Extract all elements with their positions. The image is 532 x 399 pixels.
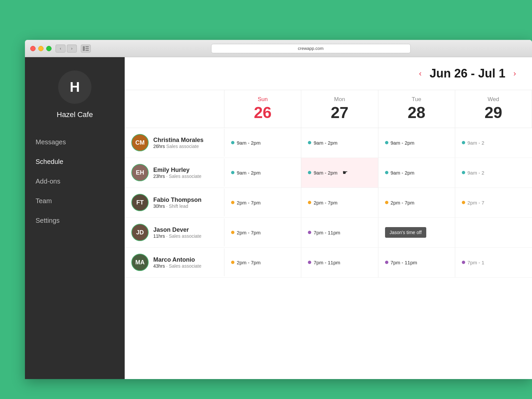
shift-cell-emily-tue[interactable]: 9am - 2pm xyxy=(378,158,455,188)
day-header-mon: Mon 27 xyxy=(301,90,378,128)
shift-dot xyxy=(462,201,465,204)
cafe-name: Hazel Cafe xyxy=(57,110,93,119)
shift-cell-christina-sun[interactable]: 9am - 2pm xyxy=(224,128,301,158)
avatar-christina: CM xyxy=(131,134,149,151)
employee-info-jason: JD Jason Dever 11hrs · Sales associate xyxy=(125,218,224,246)
shift-badge: 2pm - 7pm xyxy=(385,200,415,205)
shift-cell-emily-mon[interactable]: 9am - 2pm ☛ xyxy=(301,158,378,188)
shift-time: 9am - 2pm xyxy=(237,140,261,146)
employee-meta-emily: 23hrs · Sales associate xyxy=(153,174,201,179)
day-name-sun: Sun xyxy=(228,96,298,103)
shift-badge: 7pm - 11pm xyxy=(308,230,340,235)
time-off-badge: Jason's time off xyxy=(385,227,427,238)
employee-details-emily: Emily Hurley 23hrs · Sales associate xyxy=(153,167,201,179)
avatar-letter: H xyxy=(70,79,80,95)
sidebar-item-schedule[interactable]: Schedule xyxy=(25,152,125,172)
prev-week-button[interactable]: ‹ xyxy=(416,67,424,79)
sidebar-item-settings[interactable]: Settings xyxy=(25,211,125,230)
shift-cell-jason-mon[interactable]: 7pm - 11pm xyxy=(301,218,378,247)
day-num-sun: 26 xyxy=(228,104,298,122)
nav-buttons: ‹ › xyxy=(56,45,77,53)
browser-titlebar: ‹ › crewapp.com xyxy=(25,40,532,57)
day-headers-row: Sun 26 Mon 27 Tue 28 Wed 29 xyxy=(125,90,532,128)
maximize-button[interactable] xyxy=(46,46,52,51)
shift-time: 2pm - 7pm xyxy=(237,230,261,235)
employee-name-marco: Marco Antonio xyxy=(153,256,201,263)
day-header-tue: Tue 28 xyxy=(378,90,455,128)
shift-badge: 7pm - 1 xyxy=(462,260,484,265)
traffic-lights xyxy=(30,46,52,51)
day-num-tue: 28 xyxy=(382,104,452,122)
sidebar-item-messages[interactable]: Messages xyxy=(25,132,125,152)
calendar-title: Jun 26 - Jul 1 xyxy=(430,66,505,80)
shift-time: 2pm - 7pm xyxy=(314,200,337,205)
shift-cell-emily-wed[interactable]: 9am - 2 xyxy=(455,158,532,188)
shift-cell-jason-sun[interactable]: 2pm - 7pm xyxy=(224,218,301,247)
shift-time: 7pm - 11pm xyxy=(314,230,340,235)
shift-cell-fabio-wed[interactable]: 2pm - 7 xyxy=(455,188,532,217)
shift-dot xyxy=(308,261,311,264)
close-button[interactable] xyxy=(30,46,36,51)
shift-cell-fabio-sun[interactable]: 2pm - 7pm xyxy=(224,188,301,217)
sidebar-toggle-button[interactable] xyxy=(81,45,91,53)
shift-cell-fabio-mon[interactable]: 2pm - 7pm xyxy=(301,188,378,217)
employee-meta-jason: 11hrs · Sales associate xyxy=(153,233,201,239)
browser-window: ‹ › crewapp.com H Hazel Cafe Messages Sc… xyxy=(25,40,532,379)
avatar-fabio: FT xyxy=(131,194,149,211)
employee-details-marco: Marco Antonio 43hrs · Sales associate xyxy=(153,256,201,269)
shift-cell-fabio-tue[interactable]: 2pm - 7pm xyxy=(378,188,455,217)
url-text: crewapp.com xyxy=(298,46,324,51)
shift-dot xyxy=(462,171,465,174)
shift-time: 9am - 2pm xyxy=(314,140,337,146)
employee-details-jason: Jason Dever 11hrs · Sales associate xyxy=(153,226,201,239)
shift-time: 7pm - 1 xyxy=(467,260,484,265)
back-button[interactable]: ‹ xyxy=(56,45,66,53)
avatar-marco: MA xyxy=(131,254,149,271)
next-week-button[interactable]: › xyxy=(511,67,519,79)
svg-rect-1 xyxy=(85,46,89,47)
employee-meta-marco: 43hrs · Sales associate xyxy=(153,263,201,269)
shift-time: 9am - 2pm xyxy=(314,170,337,176)
shift-badge: 9am - 2pm xyxy=(385,140,415,146)
employee-meta-fabio: 30hrs · Shift lead xyxy=(153,203,201,209)
employee-info-marco: MA Marco Antonio 43hrs · Sales associate xyxy=(125,248,224,276)
shift-cell-marco-tue[interactable]: 7pm - 11pm xyxy=(378,248,455,277)
shift-cell-emily-sun[interactable]: 9am - 2pm xyxy=(224,158,301,188)
forward-button[interactable]: › xyxy=(67,45,77,53)
employee-rows: CM Christina Morales 26hrs Sales associa… xyxy=(125,128,532,379)
day-num-mon: 27 xyxy=(305,104,374,122)
day-header-wed: Wed 29 xyxy=(455,90,532,128)
day-name-mon: Mon xyxy=(305,96,374,103)
shift-badge: 9am - 2 xyxy=(462,140,484,146)
shift-badge: 2pm - 7pm xyxy=(231,230,261,235)
shift-cell-jason-tue[interactable]: Jason's time off xyxy=(378,218,455,247)
employee-name-fabio: Fabio Thompson xyxy=(153,197,201,203)
shift-time: 9am - 2pm xyxy=(237,170,261,176)
shift-cell-christina-wed[interactable]: 9am - 2 xyxy=(455,128,532,158)
avatar-jason: JD xyxy=(131,224,149,241)
svg-rect-0 xyxy=(83,46,85,51)
shift-cell-christina-tue[interactable]: 9am - 2pm xyxy=(378,128,455,158)
day-header-sun: Sun 26 xyxy=(224,90,301,128)
shift-time: 2pm - 7pm xyxy=(237,200,261,205)
shift-badge: 9am - 2pm xyxy=(385,170,415,176)
sidebar-item-addons[interactable]: Add-ons xyxy=(25,172,125,191)
shift-time: 9am - 2pm xyxy=(391,170,415,176)
svg-rect-2 xyxy=(85,48,89,49)
main-content: ‹ Jun 26 - Jul 1 › Sun 26 Mon 27 xyxy=(125,57,532,379)
sidebar-item-team[interactable]: Team xyxy=(25,191,125,211)
minimize-button[interactable] xyxy=(38,46,44,51)
address-bar[interactable]: crewapp.com xyxy=(211,44,411,53)
table-row: JD Jason Dever 11hrs · Sales associate xyxy=(125,218,532,248)
shift-cell-jason-wed[interactable] xyxy=(455,218,532,247)
day-name-wed: Wed xyxy=(459,96,528,103)
employee-info-christina: CM Christina Morales 26hrs Sales associa… xyxy=(125,129,224,157)
day-name-tue: Tue xyxy=(382,96,452,103)
shift-cell-marco-mon[interactable]: 7pm - 11pm xyxy=(301,248,378,277)
shift-badge: 7pm - 11pm xyxy=(385,260,417,265)
shift-cell-marco-wed[interactable]: 7pm - 1 xyxy=(455,248,532,277)
shift-cell-christina-mon[interactable]: 9am - 2pm xyxy=(301,128,378,158)
header-empty-cell xyxy=(125,90,224,128)
shift-cell-marco-sun[interactable]: 2pm - 7pm xyxy=(224,248,301,277)
shift-badge: 2pm - 7pm xyxy=(231,260,261,265)
